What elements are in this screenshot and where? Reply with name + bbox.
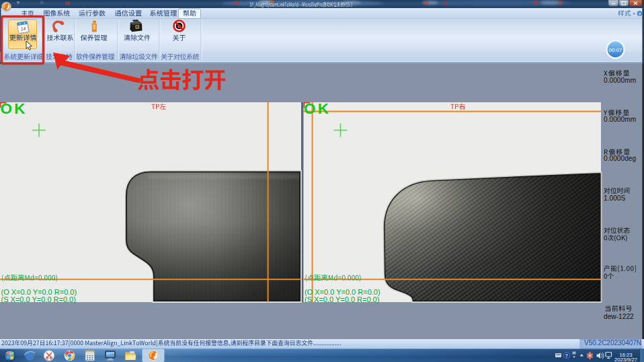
svg-text:0.0000mm: 0.0000mm: [604, 116, 636, 123]
svg-text:2023/9/27: 2023/9/27: [614, 357, 637, 362]
svg-text:?: ?: [639, 12, 641, 16]
svg-text:0.0000deg: 0.0000deg: [604, 155, 636, 162]
svg-text:(S X=0.0 Y=0.0 R=0.0): (S X=0.0 Y=0.0 R=0.0): [1, 295, 76, 303]
svg-text:(S X=0.0 Y=0.0 R=0.0): (S X=0.0 Y=0.0 R=0.0): [305, 295, 379, 303]
svg-text:(O X=0.0 Y=0.0 R=0.0): (O X=0.0 Y=0.0 R=0.0): [305, 288, 380, 296]
svg-text:(O X=0.0 Y=0.0 R=0.0): (O X=0.0 Y=0.0 R=0.0): [1, 288, 77, 296]
svg-text:OK: OK: [304, 100, 331, 117]
svg-text:14: 14: [20, 26, 26, 32]
svg-text:?: ?: [565, 353, 568, 358]
svg-text:1.000S: 1.000S: [604, 194, 625, 202]
svg-text:0.0000mm: 0.0000mm: [604, 77, 636, 84]
svg-text:OK: OK: [1, 100, 28, 117]
svg-text:00:07: 00:07: [608, 47, 622, 53]
svg-text:V50.2C20230407N: V50.2C20230407N: [584, 339, 641, 347]
svg-text:dew-1222: dew-1222: [604, 313, 634, 320]
